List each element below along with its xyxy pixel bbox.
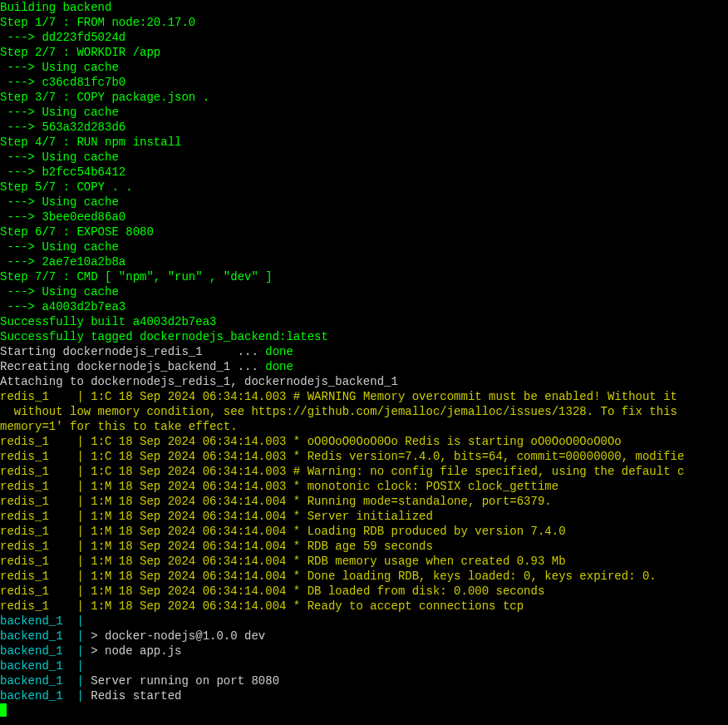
build-line: Building backend bbox=[0, 0, 728, 15]
build-step: Step 7/7 : CMD [ "npm", "run" , "dev" ] bbox=[0, 269, 728, 284]
redis-log: redis_1 | 1:M 18 Sep 2024 06:34:14.004 *… bbox=[0, 539, 728, 554]
backend-log: backend_1 | bbox=[0, 658, 728, 673]
redis-log: redis_1 | 1:M 18 Sep 2024 06:34:14.004 *… bbox=[0, 554, 728, 569]
build-success: Successfully built a4003d2b7ea3 bbox=[0, 314, 728, 329]
build-cache: ---> Using cache bbox=[0, 105, 728, 120]
backend-log: backend_1 | Redis started bbox=[0, 688, 728, 703]
build-step: Step 1/7 : FROM node:20.17.0 bbox=[0, 15, 728, 30]
build-cache: ---> Using cache bbox=[0, 150, 728, 165]
build-step: Step 2/7 : WORKDIR /app bbox=[0, 45, 728, 60]
build-step: Step 5/7 : COPY . . bbox=[0, 180, 728, 195]
terminal-cursor bbox=[0, 703, 7, 717]
cursor-line bbox=[0, 703, 728, 721]
attaching: Attaching to dockernodejs_redis_1, docke… bbox=[0, 374, 728, 389]
redis-log: redis_1 | 1:C 18 Sep 2024 06:34:14.003 #… bbox=[0, 389, 728, 404]
build-cache: ---> Using cache bbox=[0, 284, 728, 299]
build-step: Step 6/7 : EXPOSE 8080 bbox=[0, 224, 728, 239]
starting-backend: Recreating dockernodejs_backend_1 ... do… bbox=[0, 359, 728, 374]
backend-log: backend_1 | > docker-nodejs@1.0.0 dev bbox=[0, 629, 728, 644]
redis-log: memory=1' for this to take effect. bbox=[0, 419, 728, 434]
build-step: Step 4/7 : RUN npm install bbox=[0, 135, 728, 150]
redis-log: redis_1 | 1:M 18 Sep 2024 06:34:14.004 *… bbox=[0, 494, 728, 509]
build-hash: ---> dd223fd5024d bbox=[0, 30, 728, 45]
starting-redis: Starting dockernodejs_redis_1 ... done bbox=[0, 344, 728, 359]
redis-log: redis_1 | 1:C 18 Sep 2024 06:34:14.003 #… bbox=[0, 464, 728, 479]
backend-log: backend_1 | Server running on port 8080 bbox=[0, 673, 728, 688]
build-hash: ---> 563a32d283d6 bbox=[0, 120, 728, 135]
build-hash: ---> 3bee0eed86a0 bbox=[0, 210, 728, 224]
build-cache: ---> Using cache bbox=[0, 60, 728, 75]
redis-log: redis_1 | 1:M 18 Sep 2024 06:34:14.003 *… bbox=[0, 479, 728, 494]
backend-log: backend_1 | bbox=[0, 614, 728, 629]
backend-log: backend_1 | > node app.js bbox=[0, 644, 728, 658]
build-hash: ---> b2fcc54b6412 bbox=[0, 165, 728, 180]
build-success: Successfully tagged dockernodejs_backend… bbox=[0, 329, 728, 344]
redis-log: redis_1 | 1:M 18 Sep 2024 06:34:14.004 *… bbox=[0, 584, 728, 599]
redis-log: redis_1 | 1:M 18 Sep 2024 06:34:14.004 *… bbox=[0, 509, 728, 524]
redis-log: redis_1 | 1:M 18 Sep 2024 06:34:14.004 *… bbox=[0, 569, 728, 584]
terminal-output[interactable]: Building backend Step 1/7 : FROM node:20… bbox=[0, 0, 728, 721]
redis-log: redis_1 | 1:C 18 Sep 2024 06:34:14.003 *… bbox=[0, 434, 728, 449]
build-hash: ---> a4003d2b7ea3 bbox=[0, 299, 728, 314]
build-hash: ---> 2ae7e10a2b8a bbox=[0, 254, 728, 269]
build-cache: ---> Using cache bbox=[0, 239, 728, 254]
redis-log: redis_1 | 1:C 18 Sep 2024 06:34:14.003 *… bbox=[0, 449, 728, 464]
redis-log: redis_1 | 1:M 18 Sep 2024 06:34:14.004 *… bbox=[0, 524, 728, 539]
redis-log: without low memory condition, see https:… bbox=[0, 404, 728, 419]
build-step: Step 3/7 : COPY package.json . bbox=[0, 90, 728, 105]
redis-log: redis_1 | 1:M 18 Sep 2024 06:34:14.004 *… bbox=[0, 599, 728, 614]
build-hash: ---> c36cd81fc7b0 bbox=[0, 75, 728, 90]
build-cache: ---> Using cache bbox=[0, 195, 728, 210]
